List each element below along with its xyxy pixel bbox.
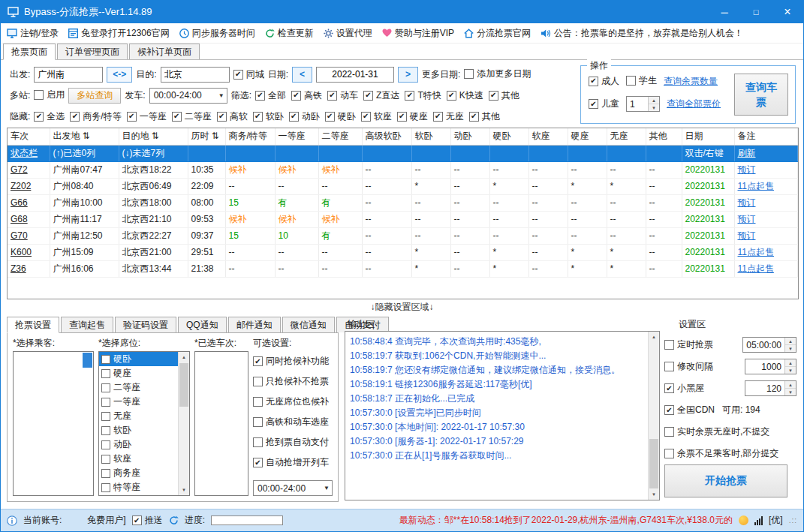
table-cell[interactable] xyxy=(528,145,568,161)
table-cell[interactable]: 11点起售 xyxy=(734,244,798,260)
table-cell[interactable]: G70 xyxy=(8,227,50,244)
table-cell[interactable]: 北京西21:10 xyxy=(119,211,188,227)
settings-spinner[interactable]: 120▲▼ xyxy=(745,380,796,396)
close-button[interactable]: × xyxy=(772,1,803,23)
table-cell[interactable]: -- xyxy=(528,178,568,194)
table-cell[interactable]: * xyxy=(607,244,646,260)
table-cell[interactable]: (↓)未选7列 xyxy=(119,145,188,161)
scroll-up-icon[interactable]: ▲ xyxy=(649,332,659,342)
table-cell[interactable]: 20220131 xyxy=(682,178,734,194)
table-cell[interactable]: -- xyxy=(450,260,489,277)
settings-checkbox[interactable]: 修改间隔 xyxy=(664,360,713,373)
table-cell[interactable]: Z36 xyxy=(8,260,50,277)
multi-station-query-button[interactable]: 多站查询 xyxy=(68,88,121,104)
column-header[interactable]: 软座 xyxy=(528,128,568,145)
filter-checkbox[interactable]: ✔动车 xyxy=(327,89,358,102)
toolbar-item-gear[interactable]: 设置代理 xyxy=(324,27,372,40)
table-cell[interactable]: -- xyxy=(362,244,411,260)
table-cell[interactable]: * xyxy=(411,244,450,260)
maximize-button[interactable]: □ xyxy=(740,1,772,23)
date-input[interactable] xyxy=(316,67,394,83)
filter-checkbox[interactable]: ✔Z直达 xyxy=(363,89,399,102)
table-cell[interactable]: -- xyxy=(528,161,568,178)
toolbar-item-refresh[interactable]: 检查更新 xyxy=(265,27,314,40)
seat-item[interactable]: 硬卧 xyxy=(99,352,178,366)
settings-checkbox[interactable]: ✔小黑屋 xyxy=(664,382,704,395)
table-cell[interactable]: 预订 xyxy=(734,227,798,244)
table-cell[interactable]: -- xyxy=(318,244,362,260)
table-cell[interactable]: 广州南07:47 xyxy=(50,161,119,178)
passenger-list[interactable] xyxy=(13,351,94,496)
column-header[interactable]: 无座 xyxy=(607,128,646,145)
hide-checkbox[interactable]: ✔软座 xyxy=(361,110,392,123)
column-header[interactable]: 其他 xyxy=(646,128,682,145)
table-cell[interactable]: -- xyxy=(489,211,528,227)
table-row[interactable]: G70广州南12:50北京西22:2709:371510有-----------… xyxy=(8,227,798,244)
swap-stations-button[interactable]: <-> xyxy=(107,67,132,83)
table-cell[interactable]: G66 xyxy=(8,194,50,211)
hide-checkbox[interactable]: ✔高软 xyxy=(217,110,248,123)
table-cell[interactable]: 15 xyxy=(225,194,275,211)
table-cell[interactable]: 北京西22:27 xyxy=(119,227,188,244)
column-header[interactable]: 软卧 xyxy=(411,128,450,145)
table-cell[interactable]: -- xyxy=(489,227,528,244)
table-cell[interactable]: -- xyxy=(275,178,318,194)
table-cell[interactable]: -- xyxy=(607,211,646,227)
table-cell[interactable]: -- xyxy=(528,227,568,244)
column-header[interactable]: 动卧 xyxy=(450,128,489,145)
seat-item[interactable]: 软卧 xyxy=(99,423,178,437)
table-cell[interactable]: 广州南10:00 xyxy=(50,194,119,211)
table-cell[interactable] xyxy=(489,145,528,161)
spinner-up-icon[interactable]: ▲ xyxy=(649,97,659,104)
table-cell[interactable]: 10:35 xyxy=(188,161,225,178)
query-tickets-button[interactable]: 查询车票 xyxy=(734,74,788,116)
table-cell[interactable]: 11点起售 xyxy=(734,260,798,277)
table-cell[interactable]: 22:09 xyxy=(188,178,225,194)
table-cell[interactable]: 20220131 xyxy=(682,227,734,244)
bottom-tab-4[interactable]: 邮件通知 xyxy=(228,317,281,332)
toolbar-item-clock[interactable]: 同步服务器时间 xyxy=(179,27,255,40)
table-cell[interactable]: 候补 xyxy=(275,161,318,178)
toolbar-item-heart[interactable]: 赞助与注册VIP xyxy=(382,27,454,40)
option-checkbox[interactable]: ✔自动抢增开列车 xyxy=(253,456,329,469)
table-cell[interactable]: -- xyxy=(275,244,318,260)
column-header[interactable]: 出发地 ⇅ xyxy=(50,128,119,145)
table-cell[interactable]: 11点起售 xyxy=(734,178,798,194)
table-cell[interactable]: 有 xyxy=(318,194,362,211)
table-cell[interactable]: -- xyxy=(450,227,489,244)
column-header[interactable]: 一等座 xyxy=(275,128,318,145)
hide-checkbox[interactable]: ✔硬座 xyxy=(397,110,428,123)
table-row[interactable]: K600广州15:09北京西21:0029:51--------*--*--**… xyxy=(8,244,798,260)
column-header[interactable]: 商务/特等 xyxy=(225,128,275,145)
scroll-down-icon[interactable]: ▼ xyxy=(179,485,189,495)
table-cell[interactable]: 广州南12:50 xyxy=(50,227,119,244)
bottom-tab-1[interactable]: 查询起售 xyxy=(61,317,113,332)
table-cell[interactable]: 候补 xyxy=(275,211,318,227)
table-cell[interactable]: 候补 xyxy=(318,211,362,227)
spinner-down-icon[interactable]: ▼ xyxy=(649,104,659,111)
depart-time-select[interactable]: 00:00-24:00 ▼ xyxy=(149,88,227,104)
hide-checkbox[interactable]: ✔商务/特等 xyxy=(70,110,121,123)
table-cell[interactable]: 刷新 xyxy=(734,145,798,161)
table-cell[interactable]: -- xyxy=(646,244,682,260)
seat-item[interactable]: 软座 xyxy=(99,452,178,466)
table-cell[interactable]: 候补 xyxy=(225,161,275,178)
table-cell[interactable]: -- xyxy=(646,161,682,178)
child-count-stepper[interactable]: 1▲▼ xyxy=(626,96,660,112)
table-cell[interactable]: -- xyxy=(568,227,607,244)
filter-checkbox[interactable]: ✔其他 xyxy=(489,89,519,102)
table-cell[interactable] xyxy=(225,145,275,161)
settings-spinner[interactable]: 1000▲▼ xyxy=(745,359,796,374)
table-cell[interactable]: -- xyxy=(318,260,362,277)
table-cell[interactable]: -- xyxy=(362,211,411,227)
table-row[interactable]: G72广州南07:47北京西18:2210:35候补候补候补----------… xyxy=(8,161,798,178)
query-prices-link[interactable]: 查询全部票价 xyxy=(667,98,721,110)
seat-item[interactable]: 二等座 xyxy=(99,380,178,395)
table-cell[interactable]: -- xyxy=(450,178,489,194)
table-cell[interactable] xyxy=(318,145,362,161)
depart-input[interactable] xyxy=(34,67,103,83)
column-header[interactable]: 备注 xyxy=(734,128,798,145)
scrollbar-thumb[interactable] xyxy=(179,363,188,407)
table-cell[interactable]: 预订 xyxy=(734,161,798,178)
column-header[interactable]: 日期 xyxy=(682,128,734,145)
